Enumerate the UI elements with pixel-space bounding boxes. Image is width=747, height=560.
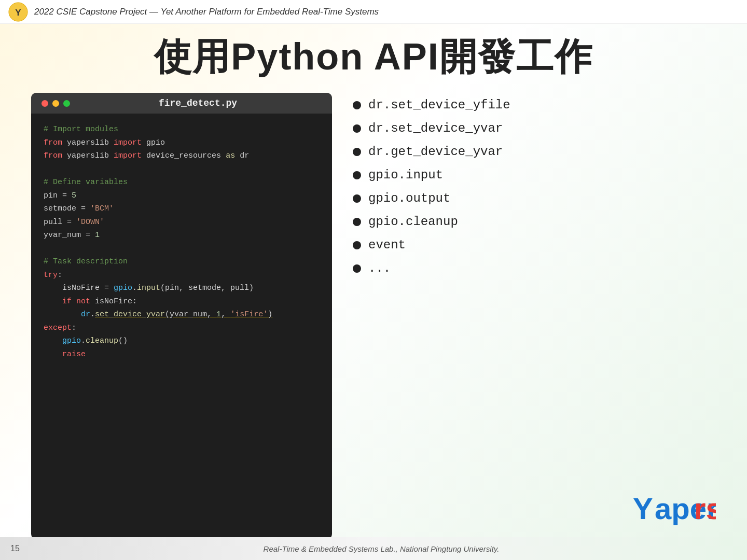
bullet-item-7: event	[353, 238, 716, 252]
bullet-item-8: ...	[353, 261, 716, 275]
code-titlebar: fire_detect.py	[31, 93, 332, 114]
bullet-text-1: dr.set_device_yfile	[368, 98, 510, 112]
bullet-item-3: dr.get_device_yvar	[353, 145, 716, 159]
yapers-logo-svg: Y apers rs	[633, 489, 716, 525]
code-line-1: # Import modules	[44, 123, 320, 136]
code-line-13: isNoFire = gpio.input(pin, setmode, pull…	[44, 282, 320, 295]
svg-text:Y: Y	[15, 7, 21, 17]
header-title: 2022 CSIE Capstone Project — Yet Another…	[34, 7, 379, 17]
bullet-text-2: dr.set_device_yvar	[368, 121, 503, 135]
code-line-9: yvar_num = 1	[44, 229, 320, 242]
bullet-list: dr.set_device_yfile dr.set_device_yvar d…	[353, 93, 716, 539]
bullet-dot-5	[353, 194, 361, 203]
code-line-8: pull = 'DOWN'	[44, 216, 320, 229]
dot-red	[42, 100, 48, 107]
code-line-2: from yaperslib import gpio	[44, 136, 320, 150]
bullet-text-3: dr.get_device_yvar	[368, 145, 503, 159]
bullet-text-5: gpio.output	[368, 191, 450, 205]
slide-content: 使用Python API開發工作 fire_detect.py # Import…	[0, 24, 747, 560]
code-line-14: if not isNoFire:	[44, 295, 320, 309]
footer: 15 Real-Time & Embedded Systems Lab., Na…	[0, 537, 747, 560]
bullet-text-6: gpio.cleanup	[368, 215, 458, 229]
bullet-item-5: gpio.output	[353, 191, 716, 205]
code-line-18: raise	[44, 348, 320, 361]
bullet-dot-7	[353, 241, 361, 249]
bullet-text-7: event	[368, 238, 406, 252]
logo-icon: Y	[8, 2, 28, 22]
yapers-logo: Y apers rs	[633, 489, 716, 531]
svg-text:rs: rs	[694, 492, 716, 525]
code-block: fire_detect.py # Import modules from yap…	[31, 93, 332, 539]
code-body: # Import modules from yaperslib import g…	[31, 114, 332, 539]
dot-yellow	[52, 100, 59, 107]
main-title: 使用Python API開發工作	[31, 36, 716, 77]
two-column-layout: fire_detect.py # Import modules from yap…	[31, 93, 716, 539]
footer-text: Real-Time & Embedded Systems Lab., Natio…	[26, 544, 737, 553]
footer-page-number: 15	[10, 544, 26, 553]
bullet-dot-1	[353, 101, 361, 109]
bullet-text-8: ...	[368, 261, 391, 275]
bullet-text-4: gpio.input	[368, 168, 443, 182]
bullet-dot-4	[353, 171, 361, 179]
bullet-dot-6	[353, 218, 361, 226]
bullet-item-1: dr.set_device_yfile	[353, 98, 716, 112]
svg-text:Y: Y	[633, 492, 653, 525]
bullet-dot-2	[353, 124, 361, 133]
header: Y 2022 CSIE Capstone Project — Yet Anoth…	[0, 0, 747, 24]
dot-green	[63, 100, 70, 107]
bullet-dot-8	[353, 264, 361, 273]
bullet-item-2: dr.set_device_yvar	[353, 121, 716, 135]
code-line-6: pin = 5	[44, 189, 320, 203]
bullet-item-6: gpio.cleanup	[353, 215, 716, 229]
code-line-5: # Define variables	[44, 176, 320, 189]
bullet-item-4: gpio.input	[353, 168, 716, 182]
code-line-12: try:	[44, 269, 320, 282]
code-line-16: except:	[44, 321, 320, 335]
code-line-10	[44, 242, 320, 256]
code-line-3: from yaperslib import device_resources a…	[44, 149, 320, 163]
code-line-4	[44, 163, 320, 176]
bullet-dot-3	[353, 148, 361, 156]
code-line-7: setmode = 'BCM'	[44, 202, 320, 216]
code-line-17: gpio.cleanup()	[44, 334, 320, 348]
code-line-11: # Task description	[44, 255, 320, 269]
code-filename: fire_detect.py	[74, 98, 322, 108]
code-line-15: dr.set_device_yvar(yvar_num, 1, 'isFire'…	[44, 308, 320, 321]
